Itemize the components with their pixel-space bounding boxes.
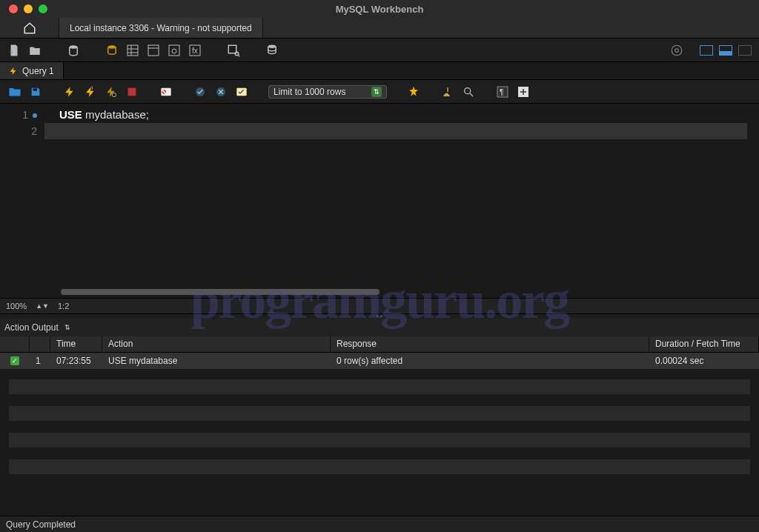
row-limit-label: Limit to 1000 rows	[274, 87, 345, 97]
svg-rect-7	[148, 45, 159, 56]
open-sql-file-icon[interactable]	[27, 42, 43, 59]
svg-text:+: +	[9, 49, 13, 56]
status-text: Query Completed	[6, 519, 76, 530]
svg-point-17	[672, 45, 682, 56]
execute-icon[interactable]	[62, 84, 77, 99]
col-duration[interactable]: Duration / Fetch Time	[649, 336, 759, 352]
sql-editor[interactable]: 1 2 USE mydatabase; programguru.org	[0, 104, 759, 298]
query-tab-row: Query 1	[0, 62, 759, 80]
col-action[interactable]: Action	[102, 336, 331, 352]
server-admin-icon[interactable]	[264, 42, 280, 59]
svg-rect-9	[169, 45, 179, 56]
explain-icon[interactable]	[104, 84, 119, 99]
table-header: Time Action Response Duration / Fetch Ti…	[0, 336, 759, 353]
toggle-right-panel-icon[interactable]	[737, 42, 753, 59]
new-function-icon[interactable]: fx	[187, 42, 203, 59]
editor-toolbar: I Limit to 1000 rows ⇅ ¶	[0, 80, 759, 104]
svg-text:I: I	[91, 85, 93, 90]
row-limit-select[interactable]: Limit to 1000 rows ⇅	[268, 85, 387, 99]
toggle-wrap-icon[interactable]: ¶	[495, 84, 510, 99]
table-row[interactable]: ✓ 1 07:23:55 USE mydatabase 0 row(s) aff…	[0, 353, 759, 369]
main-toolbar: + fx	[0, 39, 759, 62]
search-sql-icon[interactable]	[461, 84, 476, 99]
col-response[interactable]: Response	[331, 336, 649, 352]
home-button[interactable]	[0, 18, 59, 38]
new-procedure-icon[interactable]	[166, 42, 182, 59]
svg-point-16	[268, 44, 276, 48]
line-gutter: 1 2	[0, 104, 44, 298]
svg-point-32	[465, 87, 471, 93]
svg-rect-3	[127, 45, 138, 56]
row-index: 1	[30, 356, 50, 366]
svg-rect-13	[228, 45, 236, 53]
svg-point-18	[675, 48, 679, 52]
breakpoint-dot-icon	[33, 113, 37, 118]
row-response: 0 row(s) affected	[331, 356, 649, 366]
action-output-table: Time Action Response Duration / Fetch Ti…	[0, 336, 759, 516]
dont-limit-icon[interactable]	[159, 84, 173, 99]
svg-point-21	[112, 93, 116, 96]
status-bar: Query Completed	[0, 516, 759, 532]
col-time[interactable]: Time	[50, 336, 102, 352]
sql-keyword: USE	[59, 108, 82, 121]
settings-icon[interactable]	[669, 42, 685, 59]
sql-text: mydatabase;	[82, 108, 149, 121]
current-line-highlight	[44, 123, 747, 139]
connection-tab[interactable]: Local instance 3306 - Warning - not supp…	[59, 18, 263, 38]
toggle-bottom-panel-icon[interactable]	[717, 42, 734, 59]
new-sql-file-icon[interactable]: +	[6, 42, 22, 59]
query-tab-label: Query 1	[22, 66, 54, 76]
query-tab[interactable]: Query 1	[0, 62, 64, 79]
rollback-icon[interactable]	[213, 84, 228, 99]
svg-line-15	[238, 55, 239, 56]
search-table-icon[interactable]	[225, 42, 242, 59]
commit-icon[interactable]	[193, 84, 208, 99]
toggle-invisibles-icon[interactable]	[516, 84, 531, 99]
beautify-icon[interactable]	[406, 84, 421, 99]
new-table-icon[interactable]	[125, 42, 141, 59]
svg-text:¶: ¶	[500, 88, 503, 96]
watermark-text: programguru.org	[0, 270, 759, 331]
execute-current-icon[interactable]: I	[83, 84, 98, 99]
svg-rect-19	[33, 88, 37, 90]
new-view-icon[interactable]	[145, 42, 162, 59]
toggle-left-panel-icon[interactable]	[698, 42, 715, 59]
svg-point-2	[108, 45, 116, 49]
code-area[interactable]: USE mydatabase;	[44, 104, 759, 298]
stop-icon[interactable]	[125, 84, 139, 99]
new-schema-icon[interactable]	[104, 42, 120, 59]
autocommit-icon[interactable]	[234, 84, 249, 99]
svg-line-33	[470, 93, 473, 96]
connection-tab-bar: Local instance 3306 - Warning - not supp…	[0, 18, 759, 39]
inspector-icon[interactable]	[65, 42, 82, 59]
svg-point-10	[172, 49, 176, 53]
svg-rect-22	[128, 87, 136, 96]
svg-text:fx: fx	[192, 47, 198, 55]
find-icon[interactable]	[440, 84, 455, 99]
success-icon: ✓	[10, 356, 19, 365]
row-duration: 0.00024 sec	[649, 356, 759, 366]
save-file-icon[interactable]	[28, 84, 43, 99]
svg-point-1	[70, 45, 78, 49]
empty-rows	[0, 369, 759, 516]
row-time: 07:23:55	[50, 356, 102, 366]
titlebar: MySQL Workbench	[0, 0, 759, 18]
window-title: MySQL Workbench	[0, 4, 759, 15]
chevron-updown-icon: ⇅	[371, 87, 382, 97]
open-file-icon[interactable]	[7, 84, 22, 99]
row-action: USE mydatabase	[102, 356, 331, 366]
svg-rect-31	[447, 87, 448, 92]
